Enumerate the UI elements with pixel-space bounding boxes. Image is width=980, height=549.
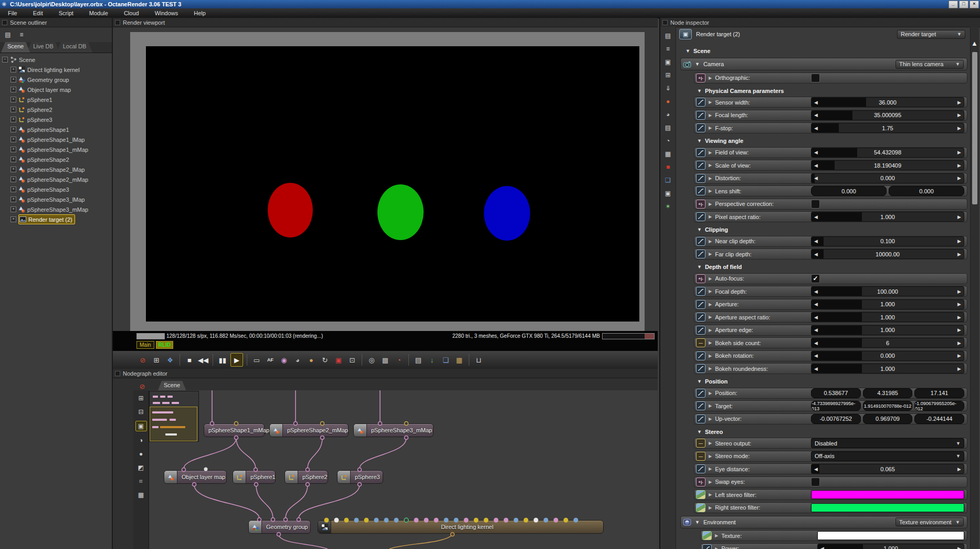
copy-image-icon[interactable]: ▤ <box>413 354 424 366</box>
image-node-icon[interactable]: ▣ <box>663 57 673 67</box>
alpha-mode-icon[interactable]: ▩ <box>380 354 391 366</box>
tree-item-psphereshape3-mmap[interactable]: +pSphereShape3_mMap <box>0 204 112 214</box>
slider-increment-icon[interactable]: ▶ <box>957 338 961 347</box>
node-direct-lighting-kernel[interactable]: Direct lighting kernel <box>318 520 604 534</box>
expand-icon[interactable]: + <box>10 77 16 82</box>
swap-eyes-checkbox[interactable] <box>811 478 820 486</box>
tree-item-direct-lighting-kernel[interactable]: +Direct lighting kernel <box>0 65 112 75</box>
list-node-icon[interactable]: ▤ <box>663 123 673 132</box>
near-clip-depth-slider[interactable]: ◀0.100▶ <box>811 236 964 246</box>
material-pick-icon[interactable]: ◕ <box>292 354 303 366</box>
slider-increment-icon[interactable]: ▶ <box>957 250 961 258</box>
expand-arrow-icon[interactable]: ▶ <box>709 492 712 497</box>
collapse-triangle-icon[interactable]: ▼ <box>697 88 702 94</box>
slider-increment-icon[interactable]: ▶ <box>957 464 961 473</box>
node-psphereshape1-mmap[interactable]: pSphereShape1_mMap <box>204 423 265 437</box>
expand-arrow-icon[interactable]: ▶ <box>715 533 718 538</box>
close-button[interactable]: × <box>970 1 979 8</box>
export-image-icon[interactable]: ▦ <box>454 354 465 366</box>
autofocus-pick-icon[interactable]: AF <box>265 354 276 366</box>
rotate-pick-icon[interactable]: ↻ <box>319 354 331 366</box>
copy-nodes-icon[interactable]: ▤ <box>663 31 673 40</box>
expand-arrow-icon[interactable]: ▶ <box>709 454 712 459</box>
expand-arrow-icon[interactable]: ▶ <box>709 403 712 408</box>
collapse-icon[interactable]: − <box>2 57 8 63</box>
node-type-dropdown[interactable]: Render target▼ <box>897 30 965 39</box>
menu-help[interactable]: Help <box>186 8 214 18</box>
layer-node-icon[interactable]: ❏ <box>663 175 673 185</box>
collapse-all-icon[interactable]: ⊟ <box>136 407 146 417</box>
target-value-2[interactable]: -1.090679955205e-012 <box>914 401 964 411</box>
aperture-aspect-ratio-slider[interactable]: ◀1.000▶ <box>811 312 964 322</box>
tree-item-psphereshape2[interactable]: +pSphereShape2 <box>0 154 112 164</box>
emission-node-icon[interactable]: ■ <box>663 162 673 172</box>
dock-handle-icon[interactable] <box>2 20 7 25</box>
left-stereo-filter-color-swatch[interactable] <box>811 490 964 499</box>
tree-item-psphereshape1[interactable]: +pSphereShape1 <box>0 125 112 134</box>
node-psphere3[interactable]: pSphere3 <box>337 470 383 484</box>
material-preview-icon[interactable]: ◑ <box>136 436 146 445</box>
render-region-icon[interactable]: ▣ <box>333 354 344 366</box>
focal-depth-slider[interactable]: ◀100.000▶ <box>811 286 964 296</box>
node-psphere2[interactable]: pSphere2 <box>284 470 328 484</box>
dock-handle-icon[interactable] <box>115 371 120 376</box>
tree-item-psphereshape1-lmap[interactable]: +pSphereShape1_lMap <box>0 134 112 144</box>
fullscreen-icon[interactable]: ▭ <box>251 354 262 366</box>
collapse-triangle-icon[interactable]: ▼ <box>695 61 700 67</box>
expand-arrow-icon[interactable]: ▶ <box>709 289 712 294</box>
tree-item-psphereshape2-lmap[interactable]: +pSphereShape2_lMap <box>0 164 112 174</box>
slider-increment-icon[interactable]: ▶ <box>957 287 961 296</box>
slider-increment-icon[interactable]: ▶ <box>957 364 961 373</box>
expand-arrow-icon[interactable]: ▶ <box>709 391 712 396</box>
expand-icon[interactable]: + <box>10 157 16 162</box>
target-value-1[interactable]: 1.914910070788e-012 <box>863 401 913 411</box>
expand-arrow-icon[interactable]: ▶ <box>709 441 712 446</box>
environment-type-dropdown[interactable]: Texture environment▼ <box>895 517 964 526</box>
restart-render-icon[interactable]: ◀◀ <box>197 354 209 366</box>
crop-pick-icon[interactable]: ⊡ <box>346 354 358 366</box>
expand-icon[interactable]: + <box>10 196 16 202</box>
tree-item-psphere3[interactable]: +pSphere3 <box>0 115 112 125</box>
expand-icon[interactable]: + <box>10 137 16 142</box>
aperture-edge-slider[interactable]: ◀1.000▶ <box>811 325 964 335</box>
node-object-layer-map[interactable]: Object layer map <box>164 470 227 484</box>
slider-increment-icon[interactable]: ▶ <box>957 174 961 183</box>
position-value-1[interactable]: 4.31985 <box>863 388 913 398</box>
menu-cloud[interactable]: Cloud <box>116 8 147 18</box>
tree-item-psphere2[interactable]: +pSphere2 <box>0 105 112 115</box>
expand-arrow-icon[interactable]: ▶ <box>709 252 712 256</box>
sphere-node-icon[interactable]: ◕ <box>663 110 673 119</box>
bokeh-roundedness-slider[interactable]: ◀1.000▶ <box>811 364 964 374</box>
collapse-triangle-icon[interactable]: ▼ <box>695 520 700 525</box>
menu-script[interactable]: Script <box>51 8 81 18</box>
expand-arrow-icon[interactable]: ▶ <box>709 315 712 319</box>
focal-length-slider[interactable]: ◀35.000095▶ <box>811 110 964 120</box>
snap-grid-icon[interactable]: ⌗ <box>136 477 146 486</box>
graph-node-icon[interactable]: ⊞ <box>663 70 673 80</box>
render-image[interactable] <box>146 46 639 322</box>
sphere-preview-icon[interactable]: ● <box>136 449 146 459</box>
star-node-icon[interactable]: ✶ <box>663 202 673 211</box>
bokeh-rotation-slider[interactable]: ◀0.000▶ <box>811 351 964 361</box>
render-passes-icon[interactable]: ❏ <box>440 354 451 366</box>
maximize-button[interactable]: □ <box>959 1 968 8</box>
eye-distance-slider[interactable]: ◀0.065▶ <box>811 464 964 474</box>
slider-increment-icon[interactable]: ▶ <box>957 237 961 246</box>
scrollbar-thumb[interactable] <box>972 52 977 204</box>
expand-arrow-icon[interactable]: ▶ <box>709 480 712 484</box>
auto-focus-checkbox[interactable]: ✓ <box>811 274 820 283</box>
expand-arrow-icon[interactable]: ▶ <box>709 189 712 193</box>
tab-scene[interactable]: Scene <box>1 42 30 53</box>
up-vector-value-1[interactable]: 0.969709 <box>863 414 913 424</box>
pass-tab-rlid[interactable]: RLID <box>156 341 173 349</box>
expand-icon[interactable]: + <box>10 187 16 192</box>
expand-icon[interactable]: + <box>10 87 16 92</box>
expand-arrow-icon[interactable]: ▶ <box>709 467 712 471</box>
rendertarget-preview-icon[interactable]: ▣ <box>135 421 147 431</box>
tree-item-geometry-group[interactable]: +Geometry group <box>0 75 112 85</box>
expand-arrow-icon[interactable]: ▶ <box>709 366 712 371</box>
menu-edit[interactable]: Edit <box>25 8 51 18</box>
up-vector-value-2[interactable]: -0.244144 <box>914 414 964 424</box>
expand-arrow-icon[interactable]: ▶ <box>709 113 712 118</box>
gauge-icon[interactable]: ◔ <box>393 354 405 366</box>
